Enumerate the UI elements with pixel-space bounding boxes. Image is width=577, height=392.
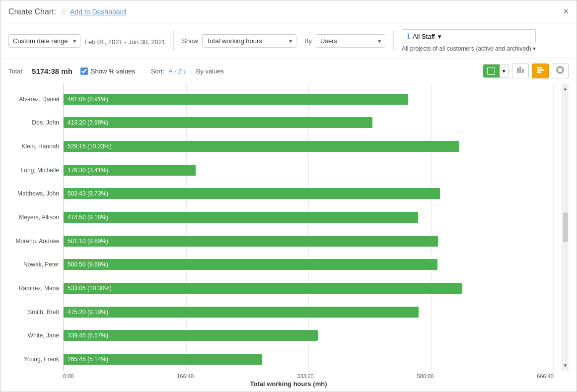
x-axis-label: 333:20	[297, 373, 314, 379]
controls-bar: Custom date range Feb 01, 2021 - Jun 30,…	[0, 23, 577, 59]
x-axis-label: 500:00	[417, 373, 434, 379]
show-select-wrap: Total working hours	[202, 34, 296, 48]
sort-by-values[interactable]: By values	[196, 67, 224, 75]
bar-value-label: 500:50 (9.68%)	[68, 261, 108, 268]
scrollbar[interactable]: ▲ ▼	[562, 83, 569, 371]
by-label: By	[304, 37, 312, 45]
bar-row: 501:10 (9.69%)	[64, 233, 562, 250]
by-select[interactable]: Users	[316, 34, 385, 48]
y-axis-label: Nowak, Peter	[8, 256, 63, 273]
y-axis-label: Smith, Brett	[8, 304, 63, 321]
show-label: Show	[182, 37, 198, 45]
bar-row: 265:45 (5.14%)	[64, 351, 562, 368]
bar-row: 475:20 (9.19%)	[64, 304, 562, 321]
svg-rect-1	[519, 66, 521, 73]
y-axis-label: Doe, John	[8, 114, 63, 131]
x-axis-label: 166:40	[177, 373, 194, 379]
bar-value-label: 339:45 (6.57%)	[68, 332, 108, 339]
horizontal-bar-icon	[536, 66, 544, 74]
x-axis-label: 0:00	[63, 373, 73, 379]
sort-down-icon: ↓	[183, 67, 187, 75]
summary-bar: Total: 5174:38 mh Show % values Sort: A …	[0, 59, 577, 83]
bar-chart-button[interactable]	[512, 64, 529, 78]
y-axis-label: Young, Frank	[8, 351, 63, 368]
bar-chart-icon	[516, 66, 524, 74]
y-axis-label: Long, Michelle	[8, 162, 63, 179]
staff-button[interactable]: ℹ All Staff ▾	[402, 29, 536, 43]
favorite-icon[interactable]: ☆	[60, 7, 67, 16]
bar-value-label: 176:30 (3.41%)	[68, 167, 108, 174]
bars-container: 461:05 (8.91%)413:20 (7.99%)529:15 (10.2…	[63, 83, 562, 371]
create-chart-modal: Create Chart: ☆ Add to Dashboard × Custo…	[0, 0, 577, 392]
bar-row: 339:45 (6.57%)	[64, 327, 562, 344]
color-swatch-button[interactable]	[483, 65, 500, 77]
sort-section: Sort: A - Z ↓ | By values	[151, 67, 224, 75]
y-axis-label: Matthews, John	[8, 185, 63, 202]
total-value: 5174:38 mh	[32, 67, 72, 75]
y-axis-labels: Alvarez, DanielDoe, JohnKlein, HannahLon…	[8, 83, 63, 371]
bar-value-label: 529:15 (10.23%)	[68, 143, 112, 150]
svg-point-7	[559, 68, 562, 71]
sort-label: Sort:	[151, 67, 164, 75]
bar-row: 176:30 (3.41%)	[64, 162, 562, 179]
bar-value-label: 474:50 (9.18%)	[68, 214, 108, 221]
svg-rect-2	[522, 69, 524, 73]
date-range-group: Custom date range Feb 01, 2021 - Jun 30,…	[8, 34, 165, 48]
bar-value-label: 413:20 (7.99%)	[68, 119, 108, 126]
sort-az-label: A - Z	[168, 67, 182, 75]
bar: 529:15 (10.23%)	[64, 141, 459, 152]
bar: 501:10 (9.69%)	[64, 236, 438, 247]
bar: 474:50 (9.18%)	[64, 212, 418, 223]
bar-row: 533:05 (10.30%)	[64, 280, 562, 297]
x-axis-labels: 0:00166:40333:20500:00666:40	[8, 373, 569, 379]
bar: 413:20 (7.99%)	[64, 117, 372, 128]
scroll-up-button[interactable]: ▲	[562, 85, 569, 92]
staff-dropdown-icon: ▾	[438, 33, 441, 40]
divider2	[393, 31, 394, 51]
staff-label: All Staff	[413, 33, 435, 40]
by-select-wrap: Users	[316, 34, 385, 48]
staff-filter-group: ℹ All Staff ▾ All projects of all custom…	[402, 29, 536, 52]
show-values-label: Show % values	[91, 67, 135, 75]
bar-row: 500:50 (9.68%)	[64, 256, 562, 273]
bar-row: 413:20 (7.99%)	[64, 114, 562, 131]
date-range-select[interactable]: Custom date range	[8, 34, 80, 48]
show-values-checkbox[interactable]	[80, 67, 88, 75]
y-axis-label: Moreno, Andrew	[8, 233, 63, 250]
add-to-dashboard-link[interactable]: Add to Dashboard	[70, 8, 126, 16]
bar-row: 474:50 (9.18%)	[64, 209, 562, 226]
scrollbar-thumb[interactable]	[563, 212, 568, 242]
chart-area: Alvarez, DanielDoe, JohnKlein, HannahLon…	[0, 83, 577, 392]
close-button[interactable]: ×	[563, 6, 569, 17]
y-axis-label: Klein, Hannah	[8, 138, 63, 155]
scroll-down-button[interactable]: ▼	[562, 362, 569, 369]
donut-chart-icon	[556, 66, 564, 74]
bar-value-label: 475:20 (9.19%)	[68, 309, 108, 316]
show-group: Show Total working hours	[182, 34, 296, 48]
chart-type-buttons: ▾	[483, 64, 569, 78]
horizontal-bar-button[interactable]	[532, 64, 549, 78]
total-label: Total:	[8, 67, 24, 75]
y-axis-label: Alvarez, Daniel	[8, 91, 63, 108]
show-select[interactable]: Total working hours	[202, 34, 296, 48]
bar: 339:45 (6.57%)	[64, 330, 318, 341]
donut-chart-button[interactable]	[552, 64, 569, 78]
bar-value-label: 461:05 (8.91%)	[68, 96, 108, 103]
projects-filter[interactable]: All projects of all customers (active an…	[402, 45, 536, 52]
svg-rect-0	[517, 68, 519, 73]
show-values-checkbox-label[interactable]: Show % values	[80, 67, 135, 75]
bar: 176:30 (3.41%)	[64, 165, 196, 176]
bar-value-label: 501:10 (9.69%)	[68, 238, 108, 245]
bar: 461:05 (8.91%)	[64, 94, 408, 105]
svg-rect-4	[537, 69, 544, 71]
bar-row: 503:43 (9.73%)	[64, 185, 562, 202]
color-dropdown-button[interactable]: ▾	[500, 65, 508, 77]
bar-row: 529:15 (10.23%)	[64, 138, 562, 155]
svg-rect-3	[537, 67, 542, 68]
by-group: By Users	[304, 34, 385, 48]
info-icon: ℹ	[407, 32, 410, 40]
sort-az-link[interactable]: A - Z ↓	[168, 67, 186, 75]
bar-value-label: 265:45 (5.14%)	[68, 356, 108, 363]
bar: 500:50 (9.68%)	[64, 259, 437, 270]
bar: 265:45 (5.14%)	[64, 354, 262, 365]
